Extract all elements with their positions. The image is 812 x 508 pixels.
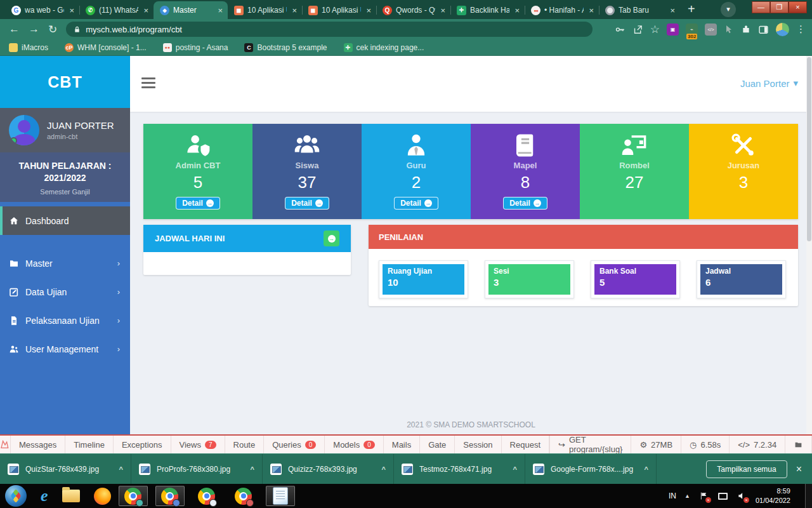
start-button[interactable] [5, 485, 27, 507]
debugbar-tab-queries[interactable]: Queries0 [264, 436, 325, 453]
penilaian-card-sesi[interactable]: Sesi 3 [488, 264, 570, 295]
tab-close-icon[interactable]: × [439, 6, 447, 15]
debugbar-tab-timeline[interactable]: Timeline [65, 436, 114, 453]
share-icon[interactable] [632, 24, 643, 35]
back-icon[interactable]: ← [9, 23, 20, 36]
detail-button[interactable]: Detail→ [285, 197, 329, 210]
taskbar-chrome-window-1[interactable] [119, 486, 148, 506]
tab-close-icon[interactable]: × [216, 6, 224, 15]
penilaian-card-ruang-ujian[interactable]: Ruang Ujian 10 [383, 264, 464, 295]
download-menu-chevron-icon[interactable]: ^ [119, 465, 123, 473]
sidebar-item-pelaksanaan-ujian[interactable]: Pelaksanaan Ujian › [0, 306, 130, 335]
browser-tab[interactable]: ✆ (11) WhatsAp... × [79, 1, 154, 19]
browser-tab-active[interactable]: ◆ Master × [154, 1, 228, 19]
tab-close-icon[interactable]: × [365, 6, 372, 15]
browser-tab[interactable]: ●● • Hanifah - A... × [525, 1, 599, 19]
download-item[interactable]: Testmoz-768x471.jpg ^ [394, 454, 525, 484]
debugbar-tab-gate[interactable]: Gate [420, 436, 455, 453]
browser-tab[interactable]: ✛ Backlink Has... × [450, 1, 525, 19]
volume-muted-icon[interactable]: × [737, 491, 747, 502]
debugbar-tab-messages[interactable]: Messages [11, 436, 65, 453]
code-extension-icon[interactable]: </> [705, 23, 717, 36]
download-menu-chevron-icon[interactable]: ^ [513, 465, 517, 473]
browser-tab[interactable]: ▦ 10 Aplikasi U... × [228, 1, 302, 19]
address-bar[interactable]: mysch.web.id/program/cbt [66, 22, 593, 37]
extensions-puzzle-icon[interactable] [741, 24, 751, 34]
minimize-button[interactable]: — [752, 1, 770, 13]
file-explorer-icon[interactable] [62, 490, 80, 502]
show-desktop-button[interactable] [805, 484, 812, 508]
restore-button[interactable]: ❐ [770, 1, 789, 13]
download-menu-chevron-icon[interactable]: ^ [382, 465, 386, 473]
password-key-icon[interactable] [615, 24, 625, 35]
browser-tab[interactable]: G wa web - Go... × [5, 1, 79, 19]
debugbar-tab-route[interactable]: Route [225, 436, 265, 453]
downloads-close-icon[interactable]: × [796, 464, 802, 475]
chrome-menu-icon[interactable]: ⋮ [796, 23, 806, 35]
download-item[interactable]: Quizizz-768x393.jpg ^ [263, 454, 394, 484]
forward-icon[interactable]: → [29, 23, 39, 36]
redirect-extension-icon[interactable]: ⌁302 [686, 23, 698, 36]
language-indicator[interactable]: IN [669, 491, 676, 500]
hidden-icons-chevron-icon[interactable]: ▲ [684, 493, 690, 499]
bookmark-item[interactable]: CBootstrap 5 example [244, 43, 327, 52]
debugbar-tab-exceptions[interactable]: Exceptions [114, 436, 171, 453]
profile-avatar[interactable] [776, 23, 789, 36]
detail-button[interactable]: Detail→ [394, 197, 438, 210]
add-jadwal-button[interactable]: → [324, 231, 339, 246]
taskbar-notepad-window[interactable] [266, 486, 295, 506]
penilaian-card-bank-soal[interactable]: Bank Soal 5 [594, 264, 676, 295]
taskbar-chrome-window-2[interactable] [155, 486, 185, 506]
debugbar-tab-session[interactable]: Session [455, 436, 501, 453]
detail-button[interactable]: Detail→ [176, 197, 220, 210]
download-item[interactable]: ProProfs-768x380.jpg ^ [131, 454, 263, 484]
network-icon[interactable] [717, 491, 728, 502]
header-user-menu[interactable]: Juan Porter ▾ [740, 77, 798, 89]
sidebar-item-dashboard[interactable]: Dashboard [0, 206, 130, 235]
debugbar-tab-views[interactable]: Views7 [171, 436, 225, 453]
taskbar-chrome-4[interactable] [229, 486, 258, 506]
hamburger-menu-icon[interactable] [141, 75, 155, 91]
reload-icon[interactable]: ↻ [48, 23, 57, 36]
detail-button[interactable]: Detail→ [503, 197, 547, 210]
side-panel-icon[interactable] [758, 24, 769, 35]
tab-close-icon[interactable]: × [142, 6, 150, 15]
internet-explorer-icon[interactable]: e [41, 486, 48, 505]
browser-tab[interactable]: Q Qwords - Qw... × [376, 1, 450, 19]
new-tab-button[interactable]: + [688, 2, 695, 17]
download-menu-chevron-icon[interactable]: ^ [645, 465, 648, 473]
debugbar-tab-request[interactable]: Request [502, 436, 549, 453]
laravel-debugbar-icon[interactable] [0, 436, 11, 453]
debugbar-tab-models[interactable]: Models0 [325, 436, 383, 453]
bookmark-item[interactable]: cPWHM [console] - 1... [65, 43, 147, 52]
tab-close-icon[interactable]: × [513, 6, 521, 15]
penilaian-card-jadwal[interactable]: Jadwal 6 [700, 264, 782, 295]
sidebar-item-master[interactable]: Master › [0, 249, 130, 277]
download-item[interactable]: QuizStar-768x439.jpg ^ [0, 454, 131, 484]
browser-tab[interactable]: ▦ 10 Aplikasi U... × [302, 1, 376, 19]
taskbar-chrome-3[interactable] [192, 486, 221, 506]
browser-tab[interactable]: Tab Baru × [599, 1, 680, 19]
bookmark-star-icon[interactable]: ☆ [650, 23, 660, 36]
tray-clock[interactable]: 8:59 01/04/2022 [756, 486, 790, 505]
debugbar-folder-button[interactable] [785, 436, 811, 453]
close-button[interactable]: × [789, 1, 807, 13]
sidebar-item-user-management[interactable]: User Management › [0, 335, 130, 363]
tab-close-icon[interactable]: × [68, 6, 75, 15]
tab-search-chevron-icon[interactable]: ▾ [721, 2, 736, 17]
tab-close-icon[interactable]: × [291, 6, 298, 15]
bookmark-item[interactable]: iMacros [9, 43, 48, 52]
cursor-extension-icon[interactable] [724, 24, 734, 34]
download-item[interactable]: Google-Form-768x....jpg ^ [525, 454, 657, 484]
tab-close-icon[interactable]: × [669, 6, 676, 15]
firefox-icon[interactable] [94, 488, 111, 505]
bookmark-item[interactable]: ●●posting - Asana [163, 43, 228, 52]
download-menu-chevron-icon[interactable]: ^ [251, 465, 254, 473]
tab-close-icon[interactable]: × [587, 6, 595, 15]
sidebar-item-data-ujian[interactable]: Data Ujian › [0, 277, 130, 306]
scrollbar[interactable] [806, 56, 812, 434]
bookmark-item[interactable]: ✛cek indexing page... [344, 43, 424, 52]
action-center-flag-icon[interactable]: × [698, 491, 709, 502]
imacros-extension-icon[interactable]: ▣ [667, 23, 679, 36]
debugbar-tab-mails[interactable]: Mails [384, 436, 420, 453]
